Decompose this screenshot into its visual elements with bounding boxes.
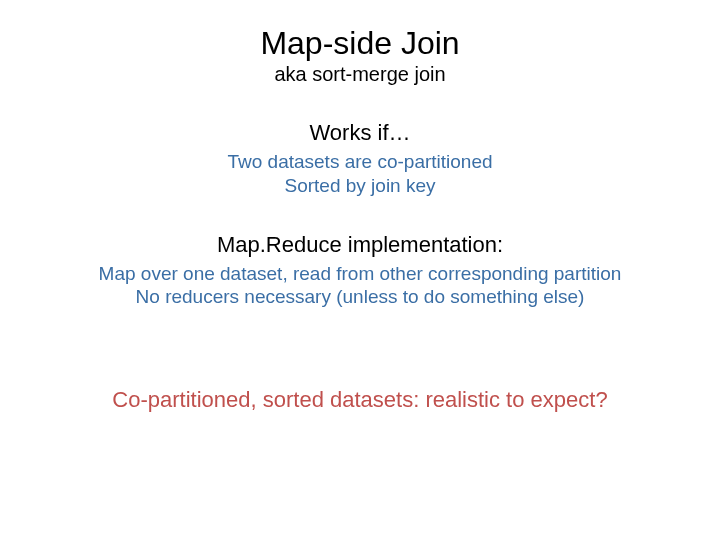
section-works-if-heading: Works if…	[0, 120, 720, 146]
works-if-line-2: Sorted by join key	[0, 174, 720, 198]
slide: Map-side Join aka sort-merge join Works …	[0, 0, 720, 540]
section-impl-heading: Map.Reduce implementation:	[0, 232, 720, 258]
slide-title: Map-side Join	[0, 0, 720, 61]
slide-subtitle: aka sort-merge join	[0, 63, 720, 86]
closing-question: Co-partitioned, sorted datasets: realist…	[0, 387, 720, 413]
works-if-line-1: Two datasets are co-partitioned	[0, 150, 720, 174]
impl-line-2: No reducers necessary (unless to do some…	[0, 285, 720, 309]
impl-line-1: Map over one dataset, read from other co…	[0, 262, 720, 286]
